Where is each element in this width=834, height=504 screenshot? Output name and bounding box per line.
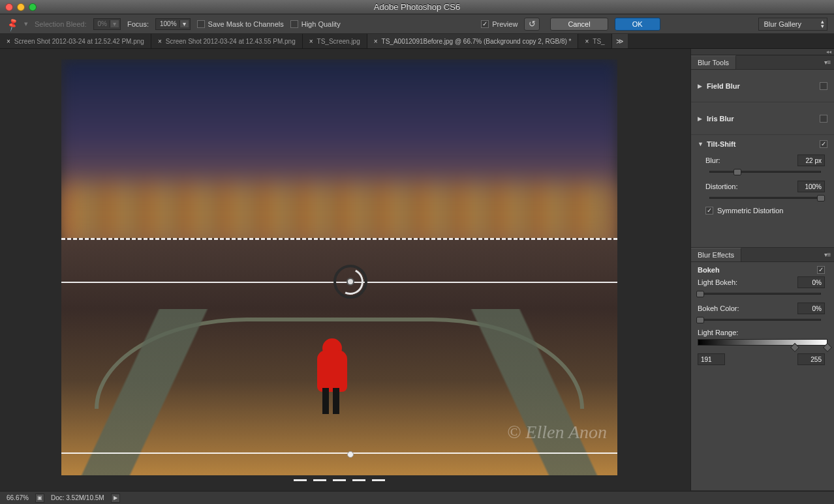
high-quality-label: High Quality [301,20,341,28]
photo: © Ellen Anon [61,59,617,475]
canvas-area[interactable]: © Ellen Anon [0,49,690,491]
document-tab[interactable]: ×Screen Shot 2012-03-24 at 12.43.55 PM.p… [151,34,303,48]
reset-icon[interactable]: ↺ [524,18,540,31]
doc-size: Doc: 3.52M/10.5M [51,494,104,501]
document-tab[interactable]: ×Screen Shot 2012-03-24 at 12.52.42 PM.p… [0,34,151,48]
blur-slider[interactable] [709,169,821,175]
status-flyout-icon[interactable]: ▶ [111,494,120,503]
selection-bleed-dropdown: 0%▾ [93,18,121,30]
panel-tab-blur-effects[interactable]: Blur Effects [691,248,741,261]
pin-icon[interactable]: 📌 [5,16,20,31]
right-panel-group: ◂◂ Blur Tools ▾≡ ▶ Field Blur ▶ Iris Blu… [690,49,834,491]
save-mask-label: Save Mask to Channels [208,20,284,28]
preview-label: Preview [492,20,517,28]
focus-line-bottom[interactable] [61,452,617,454]
window-title: Adobe Photoshop CS6 [0,2,834,12]
blur-center-pin[interactable] [333,265,367,299]
section-field-blur[interactable]: ▶ Field Blur [691,70,834,102]
zoom-icon[interactable] [29,3,37,11]
symmetric-distortion-checkbox[interactable] [705,207,713,215]
chevron-right-icon: ▶ [698,83,703,89]
light-bokeh-value[interactable]: 0% [797,276,825,288]
close-icon[interactable]: × [309,38,313,45]
blur-boundary-bottom[interactable] [294,479,385,481]
field-blur-checkbox[interactable] [820,82,827,90]
symmetric-distortion-label: Symmetric Distortion [717,207,825,215]
status-menu-icon[interactable]: ▣ [35,494,44,503]
selection-bleed-label: Selection Bleed: [35,20,87,28]
blur-label: Blur: [705,156,797,164]
chevron-right-icon: ▶ [698,115,703,122]
light-range-hi[interactable]: 255 [797,353,825,365]
save-mask-checkbox[interactable] [197,20,205,28]
title-bar: Adobe Photoshop CS6 [0,0,834,14]
zoom-level[interactable]: 66.67% [7,494,29,501]
blur-boundary-top[interactable] [61,238,617,240]
focus-label: Focus: [127,20,149,28]
document-tab[interactable]: ×TS_ [578,34,611,48]
light-bokeh-slider[interactable] [700,291,821,297]
guide-handle[interactable] [347,451,354,458]
blur-value[interactable]: 22 px [797,155,825,166]
distortion-value[interactable]: 100% [797,181,825,192]
close-icon[interactable]: × [7,38,10,45]
watermark: © Ellen Anon [507,422,607,443]
panel-menu-icon[interactable]: ▾≡ [821,55,834,69]
close-icon[interactable]: × [374,38,378,45]
light-range-label: Light Range: [698,329,825,336]
focus-dropdown[interactable]: 100%▾ [155,18,191,30]
person-figure [317,342,347,414]
high-quality-checkbox[interactable] [290,20,298,28]
ok-button[interactable]: OK [615,18,660,31]
close-icon[interactable]: × [158,38,162,45]
close-icon[interactable]: × [585,38,589,45]
distortion-label: Distortion: [705,183,797,190]
document-tab-strip: ×Screen Shot 2012-03-24 at 12.52.42 PM.p… [0,34,834,49]
status-bar: 66.67% ▣ Doc: 3.52M/10.5M ▶ [0,491,834,504]
chevron-down-icon: ▼ [698,141,703,147]
light-bokeh-label: Light Bokeh: [698,278,797,286]
options-bar: 📌 ▾ Selection Bleed: 0%▾ Focus: 100%▾ Sa… [0,14,834,34]
workspace-dropdown[interactable]: Blur Gallery ▴▾ [758,18,827,31]
bokeh-color-slider[interactable] [700,317,821,323]
distortion-slider[interactable] [709,195,821,201]
iris-blur-checkbox[interactable] [820,115,827,123]
close-icon[interactable] [5,3,13,11]
preview-checkbox[interactable] [481,20,489,28]
bokeh-color-label: Bokeh Color: [698,304,797,312]
panel-tab-blur-tools[interactable]: Blur Tools [691,55,736,69]
cancel-button[interactable]: Cancel [550,18,608,31]
minimize-icon[interactable] [17,3,25,11]
panel-collapse-handle[interactable]: ◂◂ [691,49,834,55]
light-range-slider[interactable] [698,339,827,348]
tab-overflow-button[interactable]: ≫ [612,34,628,48]
section-tilt-shift[interactable]: ▼ Tilt-Shift [691,135,834,153]
tilt-shift-checkbox[interactable] [820,140,827,148]
panel-menu-icon[interactable]: ▾≡ [821,248,834,261]
bokeh-heading: Bokeh [698,266,817,274]
document-tab[interactable]: ×TS_Screen.jpg [303,34,367,48]
section-iris-blur[interactable]: ▶ Iris Blur [691,102,834,135]
document-tab-active[interactable]: ×TS_A0012091Before.jpg @ 66.7% (Backgrou… [367,34,579,48]
window-controls [5,3,37,11]
blur-tools-panel: Blur Tools ▾≡ ▶ Field Blur ▶ Iris Blur ▼… [691,55,834,248]
bokeh-color-value[interactable]: 0% [797,303,825,314]
blur-effects-panel: Blur Effects ▾≡ Bokeh Light Bokeh: 0% Bo… [691,248,834,491]
light-range-lo[interactable]: 191 [698,353,725,365]
bokeh-checkbox[interactable] [817,266,825,274]
